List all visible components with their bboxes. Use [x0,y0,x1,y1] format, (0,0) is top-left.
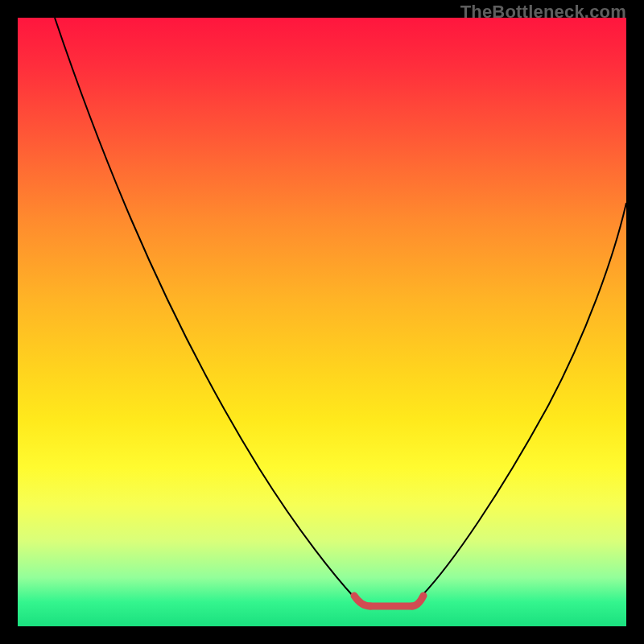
curve-right-arm [422,203,626,596]
optimal-range-right-joint [412,596,423,606]
curve-left-arm [55,18,354,597]
bottleneck-chart [18,18,626,626]
